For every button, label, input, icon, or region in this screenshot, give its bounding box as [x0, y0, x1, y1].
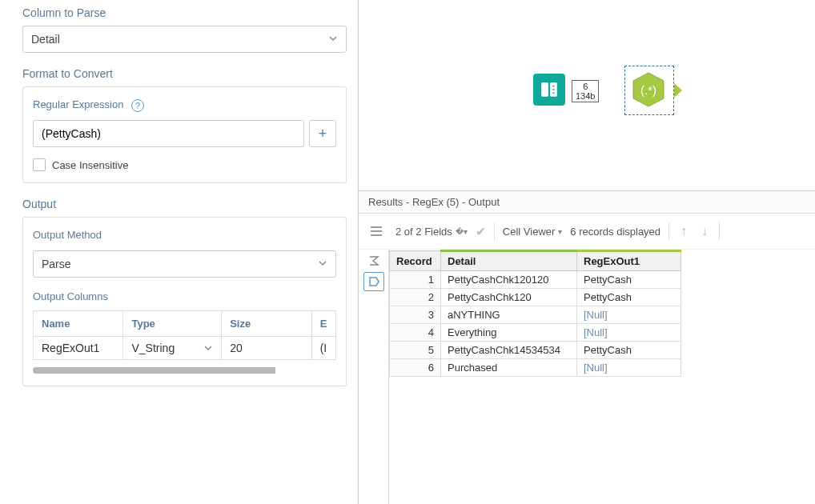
grid-row[interactable]: 3aNYTHING[Null] [390, 306, 681, 324]
column-to-parse-label: Column to Parse [22, 6, 347, 19]
caret-down-icon: ▾ [558, 227, 562, 236]
output-anchor-icon[interactable] [674, 83, 682, 98]
records-displayed-text: 6 records displayed [570, 226, 660, 238]
grid-header-detail[interactable]: Detail [441, 251, 577, 271]
gutter-sigma-button[interactable] [363, 251, 384, 270]
svg-rect-8 [371, 230, 382, 232]
svg-point-4 [552, 92, 554, 94]
regex-add-button[interactable]: + [309, 120, 336, 147]
regex-label: Regular Expression [33, 98, 123, 110]
results-grid[interactable]: Record Detail RegExOut1 1PettyCashChk120… [389, 250, 681, 377]
workflow-canvas[interactable]: 6 134b (.*) [359, 0, 815, 190]
grid-row[interactable]: 6Purchased[Null] [390, 359, 681, 377]
caret-down-icon: �▾ [456, 227, 468, 236]
output-method-value: Parse [42, 258, 71, 270]
grid-row[interactable]: 1PettyCashChk120120PettyCash [390, 271, 681, 289]
results-toolbar: 2 of 2 Fields �▾ ✔ Cell Viewer ▾ 6 recor… [359, 214, 815, 250]
col-header-size[interactable]: Size [222, 311, 311, 337]
outcol-type[interactable]: V_String [123, 337, 222, 360]
results-gutter [359, 250, 389, 504]
case-insensitive-label: Case Insensitive [52, 159, 128, 171]
svg-rect-9 [371, 234, 382, 236]
gutter-output-button[interactable] [363, 272, 384, 291]
fields-dropdown[interactable]: 2 of 2 Fields �▾ [395, 226, 468, 238]
separator [494, 222, 495, 240]
input-tool-node[interactable] [533, 74, 565, 106]
format-to-convert-label: Format to Convert [22, 67, 347, 80]
arrow-down-button[interactable]: ↓ [698, 224, 711, 238]
format-group: Regular Expression ? + Case Insensitive [22, 86, 347, 183]
cell-viewer-dropdown[interactable]: Cell Viewer ▾ [503, 226, 563, 238]
results-title: Results - RegEx (5) - Output [359, 191, 815, 214]
regex-tool-icon: (.*) [630, 71, 667, 108]
svg-rect-7 [371, 226, 382, 228]
grid-row[interactable]: 2PettyCashChk120PettyCash [390, 289, 681, 306]
svg-text:(.*): (.*) [640, 83, 656, 97]
svg-point-3 [552, 89, 554, 90]
arrow-up-button[interactable]: ↑ [677, 224, 690, 238]
right-panel: 6 134b (.*) Results - RegEx (5) - Output… [359, 0, 815, 504]
outcol-extra[interactable]: (I [311, 337, 335, 360]
col-header-name[interactable]: Name [34, 311, 123, 337]
separator [719, 222, 720, 240]
outcol-name[interactable]: RegExOut1 [34, 337, 123, 360]
svg-point-2 [552, 86, 554, 87]
connection-badge[interactable]: 6 134b [572, 80, 599, 102]
chevron-down-icon [328, 33, 338, 46]
grid-header-regex[interactable]: RegExOut1 [577, 251, 681, 271]
column-to-parse-value: Detail [31, 33, 60, 46]
chevron-down-icon [203, 343, 213, 353]
checkbox-icon [33, 158, 46, 171]
outcol-size[interactable]: 20 [222, 337, 311, 360]
grid-row[interactable]: 4Everything[Null] [390, 324, 681, 342]
conn-size: 134b [576, 91, 595, 101]
regex-input[interactable] [33, 120, 304, 147]
svg-rect-0 [541, 82, 548, 96]
output-columns-table: Name Type Size E RegExOut1 V_String 20 (… [33, 310, 336, 360]
horizontal-scrollbar[interactable] [33, 366, 336, 374]
view-list-icon[interactable] [365, 220, 387, 242]
output-columns-label: Output Columns [33, 290, 108, 302]
grid-row[interactable]: 5PettyCashChk14534534PettyCash [390, 342, 681, 359]
column-to-parse-select[interactable]: Detail [22, 26, 347, 53]
output-method-select[interactable]: Parse [33, 250, 336, 278]
output-group: Output Method Parse Output Columns Name … [22, 217, 347, 386]
separator [668, 222, 669, 240]
output-label: Output [22, 198, 347, 210]
check-icon[interactable]: ✔ [476, 224, 486, 239]
grid-header-record[interactable]: Record [390, 251, 441, 271]
output-column-row[interactable]: RegExOut1 V_String 20 (I [34, 337, 336, 360]
output-method-label: Output Method [33, 229, 102, 241]
col-header-type[interactable]: Type [123, 311, 222, 337]
chevron-down-icon [318, 258, 327, 270]
help-icon[interactable]: ? [131, 99, 144, 112]
col-header-extra[interactable]: E [311, 311, 335, 337]
book-icon [539, 79, 560, 100]
config-panel: Column to Parse Detail Format to Convert… [0, 0, 359, 504]
results-panel: Results - RegEx (5) - Output 2 of 2 Fiel… [359, 190, 815, 504]
conn-records: 6 [576, 82, 595, 91]
case-insensitive-checkbox[interactable]: Case Insensitive [33, 158, 336, 171]
